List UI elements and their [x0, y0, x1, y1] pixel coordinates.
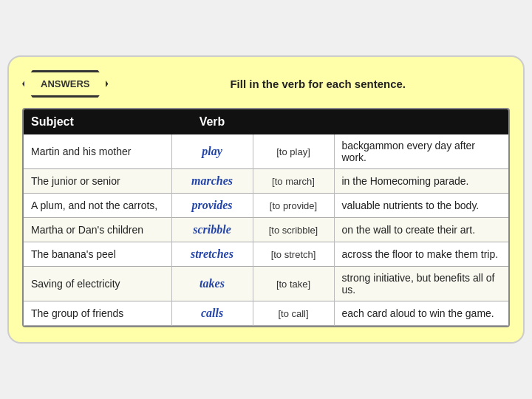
verb-word: provides — [191, 199, 232, 211]
cell-subject: Saving of electricity — [24, 267, 171, 301]
verb-word: calls — [201, 307, 223, 319]
table-wrapper: Subject Verb Martin and his motherplay[t… — [22, 108, 510, 327]
table-row: Saving of electricitytakes[to take]stron… — [24, 267, 508, 301]
cell-rest: across the floor to make them trip. — [334, 242, 508, 267]
cell-base-form: [to stretch] — [253, 242, 334, 267]
table-row: The junior or seniormarches[to march]in … — [24, 169, 508, 194]
col-header-subject: Subject — [24, 109, 171, 134]
cell-subject: The group of friends — [24, 301, 171, 326]
cell-subject: The banana's peel — [24, 242, 171, 267]
cell-base-form: [to call] — [253, 301, 334, 326]
base-form-text: [to stretch] — [271, 249, 316, 260]
base-form-text: [to provide] — [270, 200, 317, 211]
cell-rest: on the wall to create their art. — [334, 218, 508, 242]
cell-base-form: [to play] — [253, 134, 334, 169]
base-form-text: [to call] — [278, 308, 308, 319]
col-header-base — [253, 109, 334, 134]
cell-rest: in the Homecoming parade. — [334, 169, 508, 194]
verb-word: scribble — [193, 223, 231, 236]
cell-verb: calls — [171, 301, 253, 326]
table-row: The group of friendscalls[to call]each c… — [24, 301, 508, 326]
cell-base-form: [to provide] — [253, 194, 334, 218]
base-form-text: [to take] — [276, 279, 310, 290]
cell-rest: valuable nutrients to the body. — [334, 194, 508, 218]
verb-word: marches — [191, 174, 233, 187]
verb-word: takes — [200, 277, 225, 290]
table-row: Martha or Dan's childrenscribble[to scri… — [24, 218, 508, 242]
base-form-text: [to play] — [276, 146, 310, 157]
cell-rest: backgammon every day after work. — [334, 134, 508, 169]
table-row: The banana's peelstretches[to stretch]ac… — [24, 242, 508, 267]
cell-base-form: [to take] — [253, 267, 334, 301]
header: ANSWERS Fill in the verb for each senten… — [22, 70, 510, 98]
cell-subject: The junior or senior — [24, 169, 171, 194]
cell-rest: strong initiative, but benefits all of u… — [334, 267, 508, 301]
cell-subject: Martin and his mother — [24, 134, 171, 169]
base-form-text: [to march] — [272, 176, 315, 187]
verb-word: play — [202, 145, 222, 157]
cell-base-form: [to scribble] — [253, 218, 334, 242]
cell-subject: Martha or Dan's children — [24, 218, 171, 242]
cell-verb: marches — [171, 169, 253, 194]
cell-verb: provides — [171, 194, 253, 218]
cell-verb: play — [171, 134, 253, 169]
cell-base-form: [to march] — [253, 169, 334, 194]
cell-rest: each card aloud to win the game. — [334, 301, 508, 326]
cell-verb: takes — [171, 267, 253, 301]
cell-subject: A plum, and not the carrots, — [24, 194, 171, 218]
col-header-verb: Verb — [171, 109, 253, 134]
col-header-rest — [334, 109, 508, 134]
main-card: ANSWERS Fill in the verb for each senten… — [7, 55, 525, 344]
table-row: A plum, and not the carrots,provides[to … — [24, 194, 508, 218]
cell-verb: stretches — [171, 242, 253, 267]
instruction-text: Fill in the verb for each sentence. — [126, 78, 510, 90]
verb-table: Subject Verb Martin and his motherplay[t… — [24, 109, 508, 326]
verb-word: stretches — [191, 248, 233, 260]
table-row: Martin and his motherplay[to play]backga… — [24, 134, 508, 169]
cell-verb: scribble — [171, 218, 253, 242]
answers-badge: ANSWERS — [22, 70, 108, 98]
base-form-text: [to scribble] — [269, 225, 318, 236]
table-header-row: Subject Verb — [24, 109, 508, 134]
